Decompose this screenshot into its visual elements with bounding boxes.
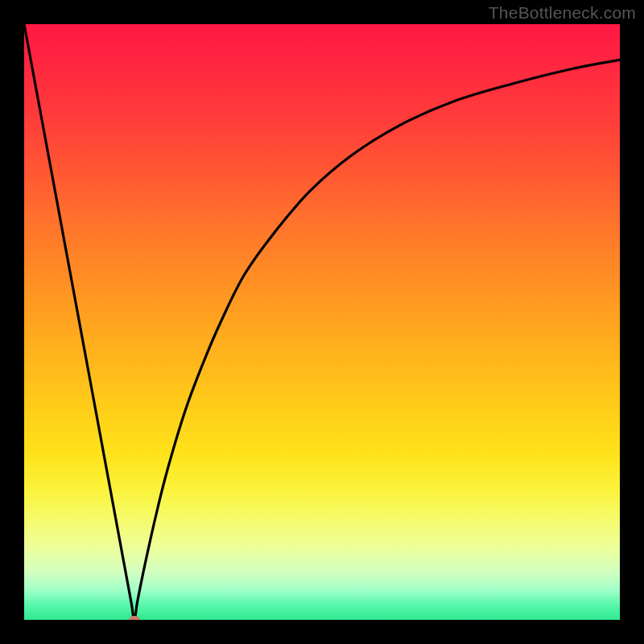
bottleneck-curve xyxy=(24,24,620,620)
curve-svg xyxy=(24,24,620,620)
optimal-point-marker xyxy=(129,616,140,620)
watermark-text: TheBottleneck.com xyxy=(489,3,636,23)
plot-area xyxy=(24,24,620,620)
chart-frame: TheBottleneck.com xyxy=(0,0,644,644)
